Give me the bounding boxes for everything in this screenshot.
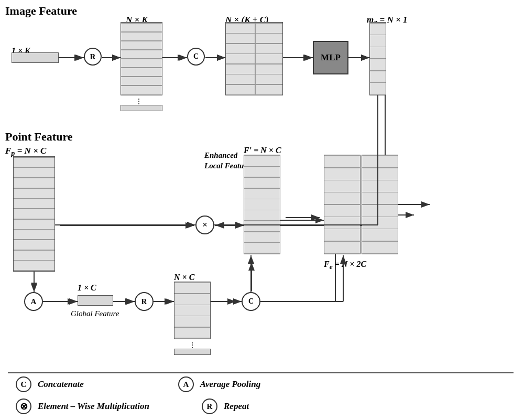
legend-divider: [8, 372, 514, 373]
legend-element-wise: ⊗ Element – Wise Multiplication: [16, 399, 149, 414]
n-x-c-matrix: [174, 282, 211, 339]
n-x-c-bottom-bar: [174, 349, 211, 355]
fe-matrix-left: [324, 155, 361, 254]
legend-row-1: C Concatenate A Average Pooling: [16, 376, 508, 392]
legend-concatenate-text: Concatenate: [38, 379, 84, 390]
image-feature-label: Image Feature: [5, 4, 77, 18]
legend-avg-text: Average Pooling: [200, 379, 260, 390]
fp-matrix: [13, 156, 55, 272]
legend-x-circle: ⊗: [16, 399, 31, 414]
enhanced-label: Enhanced: [204, 151, 237, 160]
legend-repeat: R Repeat: [202, 399, 249, 414]
multiply-circle: ×: [195, 216, 214, 234]
image-feature-bar: [12, 52, 59, 63]
legend-row-2: ⊗ Element – Wise Multiplication R Repeat: [16, 399, 508, 414]
legend-concatenate: C Concatenate: [16, 376, 84, 392]
repeat-circle-bottom: R: [135, 292, 154, 311]
concat-circle-bottom: C: [242, 292, 260, 311]
legend: C Concatenate A Average Pooling ⊗ Elemen…: [16, 376, 508, 414]
legend-element-wise-text: Element – Wise Multiplication: [38, 401, 149, 412]
concat-circle-top: C: [187, 48, 205, 66]
point-feature-label: Point Feature: [5, 130, 73, 144]
legend-r-circle: R: [202, 399, 217, 414]
n-x-k-bottom-bar: [121, 105, 162, 111]
legend-avg-pooling: A Average Pooling: [178, 376, 260, 392]
avg-pool-circle: A: [24, 292, 43, 311]
n-x-k-matrix: [121, 22, 162, 95]
fprime-matrix: [244, 155, 280, 254]
n-x-c-bottom-label: N × C: [174, 273, 194, 282]
legend-repeat-text: Repeat: [224, 401, 249, 412]
one-x-c-bar: [78, 295, 113, 306]
fe-label: Fe = N × 2C: [324, 260, 366, 271]
global-feature-label: Global Feature: [71, 309, 119, 318]
diagram: Image Feature 1 × K R N × K ⋮ C N × (K +…: [0, 0, 524, 420]
n-x-kpc-matrix: [225, 22, 283, 95]
ma-column: [369, 22, 386, 95]
legend-a-circle: A: [178, 376, 194, 392]
fprime-label: F′ = N × C: [244, 146, 281, 155]
repeat-circle-top: R: [84, 48, 102, 66]
fe-matrix-right: [362, 155, 398, 254]
one-x-c-label: 1 × C: [78, 283, 96, 293]
mlp-box: MLP: [313, 41, 348, 74]
legend-c-circle: C: [16, 376, 31, 392]
